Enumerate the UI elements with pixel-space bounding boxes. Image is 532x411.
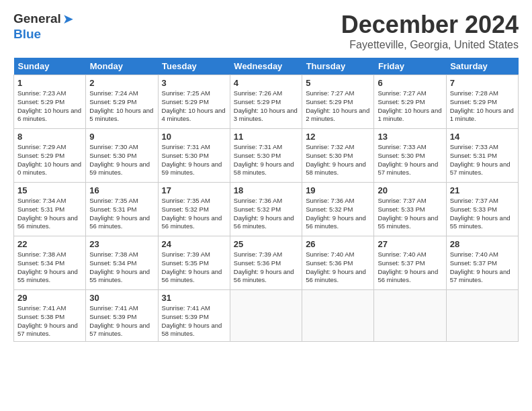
day-number: 2 (89, 78, 154, 88)
calendar-cell: 15Sunrise: 7:34 AM Sunset: 5:31 PM Dayli… (14, 183, 86, 236)
calendar-cell: 20Sunrise: 7:37 AM Sunset: 5:33 PM Dayli… (374, 183, 446, 236)
cell-info: Sunrise: 7:41 AM Sunset: 5:39 PM Dayligh… (162, 304, 226, 338)
calendar-cell: 7Sunrise: 7:28 AM Sunset: 5:29 PM Daylig… (446, 75, 518, 129)
day-number: 5 (306, 78, 370, 88)
cell-info: Sunrise: 7:31 AM Sunset: 5:30 PM Dayligh… (234, 143, 298, 177)
calendar-cell (374, 290, 446, 342)
calendar-page: General ➤ Blue December 2024 Fayettevill… (0, 0, 532, 349)
calendar-cell: 14Sunrise: 7:33 AM Sunset: 5:31 PM Dayli… (446, 129, 518, 183)
calendar-cell: 8Sunrise: 7:29 AM Sunset: 5:29 PM Daylig… (14, 129, 86, 183)
cell-info: Sunrise: 7:39 AM Sunset: 5:35 PM Dayligh… (162, 250, 226, 285)
cell-info: Sunrise: 7:23 AM Sunset: 5:29 PM Dayligh… (17, 89, 82, 124)
day-number: 13 (378, 132, 442, 142)
day-number: 1 (17, 78, 82, 88)
cell-info: Sunrise: 7:25 AM Sunset: 5:29 PM Dayligh… (162, 89, 226, 124)
calendar-cell: 17Sunrise: 7:35 AM Sunset: 5:32 PM Dayli… (158, 183, 230, 236)
calendar-cell: 23Sunrise: 7:38 AM Sunset: 5:34 PM Dayli… (86, 236, 158, 290)
cell-info: Sunrise: 7:29 AM Sunset: 5:29 PM Dayligh… (17, 143, 82, 177)
calendar-header-row: SundayMondayTuesdayWednesdayThursdayFrid… (14, 58, 519, 75)
calendar-cell: 30Sunrise: 7:41 AM Sunset: 5:39 PM Dayli… (86, 290, 158, 342)
calendar-cell: 10Sunrise: 7:31 AM Sunset: 5:30 PM Dayli… (158, 129, 230, 183)
day-number: 28 (450, 239, 515, 249)
day-number: 29 (17, 293, 82, 303)
day-number: 21 (450, 185, 515, 195)
calendar-cell: 29Sunrise: 7:41 AM Sunset: 5:38 PM Dayli… (14, 290, 86, 342)
calendar-cell: 13Sunrise: 7:33 AM Sunset: 5:30 PM Dayli… (374, 129, 446, 183)
cell-info: Sunrise: 7:26 AM Sunset: 5:29 PM Dayligh… (234, 89, 298, 124)
day-number: 14 (450, 132, 515, 142)
header-saturday: Saturday (446, 58, 518, 75)
week-row-3: 15Sunrise: 7:34 AM Sunset: 5:31 PM Dayli… (14, 183, 519, 236)
cell-info: Sunrise: 7:31 AM Sunset: 5:30 PM Dayligh… (162, 143, 226, 177)
week-row-5: 29Sunrise: 7:41 AM Sunset: 5:38 PM Dayli… (14, 290, 519, 342)
cell-info: Sunrise: 7:33 AM Sunset: 5:31 PM Dayligh… (450, 143, 515, 177)
calendar-cell: 24Sunrise: 7:39 AM Sunset: 5:35 PM Dayli… (158, 236, 230, 290)
day-number: 12 (306, 132, 370, 142)
calendar-cell: 21Sunrise: 7:37 AM Sunset: 5:33 PM Dayli… (446, 183, 518, 236)
cell-info: Sunrise: 7:32 AM Sunset: 5:30 PM Dayligh… (306, 143, 370, 177)
header-monday: Monday (86, 58, 158, 75)
cell-info: Sunrise: 7:27 AM Sunset: 5:29 PM Dayligh… (306, 89, 370, 124)
day-number: 3 (162, 78, 226, 88)
day-number: 22 (17, 239, 82, 249)
day-number: 23 (89, 239, 154, 249)
week-row-1: 1Sunrise: 7:23 AM Sunset: 5:29 PM Daylig… (14, 75, 519, 129)
day-number: 31 (162, 293, 226, 303)
calendar-cell (230, 290, 302, 342)
day-number: 18 (234, 185, 298, 195)
calendar-cell: 16Sunrise: 7:35 AM Sunset: 5:31 PM Dayli… (86, 183, 158, 236)
header-wednesday: Wednesday (230, 58, 302, 75)
day-number: 25 (234, 239, 298, 249)
calendar-cell: 19Sunrise: 7:36 AM Sunset: 5:32 PM Dayli… (302, 183, 374, 236)
day-number: 30 (89, 293, 154, 303)
calendar-cell: 2Sunrise: 7:24 AM Sunset: 5:29 PM Daylig… (86, 75, 158, 129)
calendar-cell: 26Sunrise: 7:40 AM Sunset: 5:36 PM Dayli… (302, 236, 374, 290)
day-number: 17 (162, 185, 226, 195)
calendar-cell (302, 290, 374, 342)
day-number: 8 (17, 132, 82, 142)
calendar-cell: 5Sunrise: 7:27 AM Sunset: 5:29 PM Daylig… (302, 75, 374, 129)
day-number: 9 (89, 132, 154, 142)
day-number: 16 (89, 185, 154, 195)
cell-info: Sunrise: 7:41 AM Sunset: 5:38 PM Dayligh… (17, 304, 82, 338)
calendar-cell (446, 290, 518, 342)
cell-info: Sunrise: 7:33 AM Sunset: 5:30 PM Dayligh… (378, 143, 442, 177)
calendar-cell: 25Sunrise: 7:39 AM Sunset: 5:36 PM Dayli… (230, 236, 302, 290)
header-thursday: Thursday (302, 58, 374, 75)
cell-info: Sunrise: 7:24 AM Sunset: 5:29 PM Dayligh… (89, 89, 154, 124)
cell-info: Sunrise: 7:37 AM Sunset: 5:33 PM Dayligh… (450, 197, 515, 231)
cell-info: Sunrise: 7:35 AM Sunset: 5:32 PM Dayligh… (162, 197, 226, 231)
day-number: 11 (234, 132, 298, 142)
cell-info: Sunrise: 7:41 AM Sunset: 5:39 PM Dayligh… (89, 304, 154, 338)
calendar-cell: 31Sunrise: 7:41 AM Sunset: 5:39 PM Dayli… (158, 290, 230, 342)
calendar-cell: 9Sunrise: 7:30 AM Sunset: 5:30 PM Daylig… (86, 129, 158, 183)
cell-info: Sunrise: 7:39 AM Sunset: 5:36 PM Dayligh… (234, 250, 298, 285)
month-title: December 2024 (341, 11, 519, 39)
day-number: 10 (162, 132, 226, 142)
cell-info: Sunrise: 7:27 AM Sunset: 5:29 PM Dayligh… (378, 89, 442, 124)
cell-info: Sunrise: 7:30 AM Sunset: 5:30 PM Dayligh… (89, 143, 154, 177)
calendar-cell: 4Sunrise: 7:26 AM Sunset: 5:29 PM Daylig… (230, 75, 302, 129)
logo: General ➤ Blue (13, 11, 74, 42)
cell-info: Sunrise: 7:36 AM Sunset: 5:32 PM Dayligh… (234, 197, 298, 231)
header-tuesday: Tuesday (158, 58, 230, 75)
cell-info: Sunrise: 7:40 AM Sunset: 5:37 PM Dayligh… (450, 250, 515, 285)
cell-info: Sunrise: 7:40 AM Sunset: 5:37 PM Dayligh… (378, 250, 442, 285)
week-row-4: 22Sunrise: 7:38 AM Sunset: 5:34 PM Dayli… (14, 236, 519, 290)
calendar-cell: 11Sunrise: 7:31 AM Sunset: 5:30 PM Dayli… (230, 129, 302, 183)
day-number: 15 (17, 185, 82, 195)
cell-info: Sunrise: 7:37 AM Sunset: 5:33 PM Dayligh… (378, 197, 442, 231)
calendar-cell: 18Sunrise: 7:36 AM Sunset: 5:32 PM Dayli… (230, 183, 302, 236)
day-number: 4 (234, 78, 298, 88)
logo-bird-icon: ➤ (62, 11, 74, 27)
cell-info: Sunrise: 7:38 AM Sunset: 5:34 PM Dayligh… (89, 250, 154, 285)
day-number: 26 (306, 239, 370, 249)
calendar-cell: 3Sunrise: 7:25 AM Sunset: 5:29 PM Daylig… (158, 75, 230, 129)
cell-info: Sunrise: 7:38 AM Sunset: 5:34 PM Dayligh… (17, 250, 82, 285)
day-number: 27 (378, 239, 442, 249)
calendar-cell: 12Sunrise: 7:32 AM Sunset: 5:30 PM Dayli… (302, 129, 374, 183)
week-row-2: 8Sunrise: 7:29 AM Sunset: 5:29 PM Daylig… (14, 129, 519, 183)
day-number: 24 (162, 239, 226, 249)
calendar-cell: 1Sunrise: 7:23 AM Sunset: 5:29 PM Daylig… (14, 75, 86, 129)
location-title: Fayetteville, Georgia, United States (341, 39, 519, 51)
